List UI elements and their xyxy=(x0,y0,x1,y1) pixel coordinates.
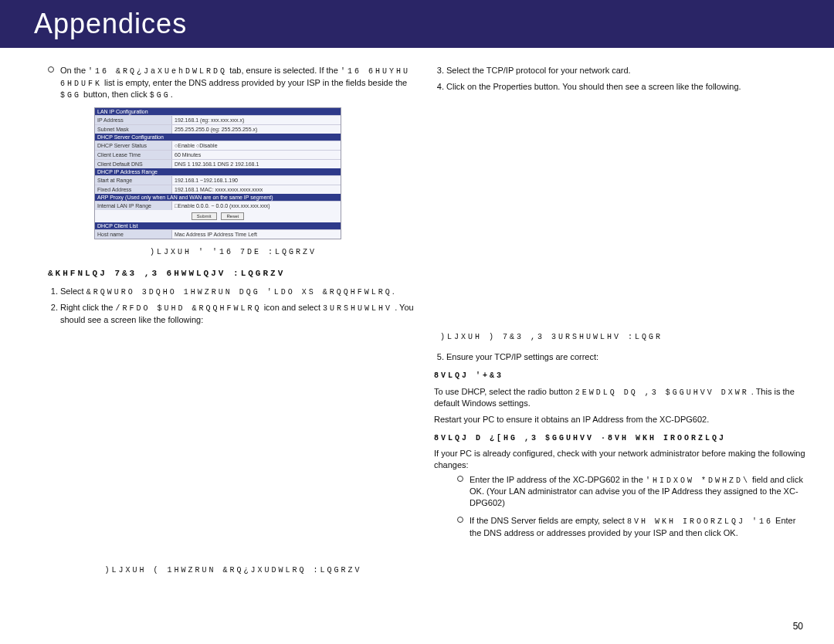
bullet-icon xyxy=(48,66,54,73)
garbled-text: '16 &RQ¿JaXUehDWLRDQ xyxy=(88,67,227,76)
garbled-text: &RQWURO 3DQHO 1HWZRUN DQG 'LDO XS &RQQHF… xyxy=(86,288,392,297)
page-header: Appendices xyxy=(0,0,834,48)
fixed-bullet-1: Enter the IP address of the XC-DPG602 in… xyxy=(457,474,806,509)
left-steps: Select &RQWURO 3DQHO 1HWZRUN DQG 'LDO XS… xyxy=(48,286,419,326)
garbled-text: 2EWDLQ DQ ,3 $GGUHVV DXWR xyxy=(575,388,749,397)
page-number: 50 xyxy=(793,621,803,632)
step-5: Ensure your TCP/IP settings are correct: xyxy=(446,351,806,363)
checking-tcpip-header: &KHFNLQJ 7&3 ,3 6HWWLQJV :LQGRZV xyxy=(48,268,419,280)
figure-caption-e: )LJXUH ( 1HWZRUN &RQ¿JXUDWLRQ :LQGRZV xyxy=(48,565,419,576)
fig-section-header: DHCP Server Configuration xyxy=(95,134,341,141)
figure-caption-f: )LJXUH ) 7&3 ,3 3URSHUWLHV :LQGR xyxy=(440,332,806,343)
right-steps-34: Select the TCP/IP protocol for your netw… xyxy=(434,65,806,93)
garbled-text: 'HIDXOW *DWHZD\ xyxy=(646,476,750,485)
step-1: Select &RQWURO 3DQHO 1HWZRUN DQG 'LDO XS… xyxy=(60,286,419,298)
page-title: Appendices xyxy=(34,8,187,40)
fixed-bullets: Enter the IP address of the XC-DPG602 in… xyxy=(457,474,806,539)
right-steps-5: Ensure your TCP/IP settings are correct: xyxy=(434,351,806,363)
fig-section-header: ARP Proxy (Used only when LAN and WAN ar… xyxy=(95,194,341,201)
left-column: On the '16 &RQ¿JaXUehDWLRDQ tab, ensure … xyxy=(48,65,419,575)
step-4: Click on the Properties button. You shou… xyxy=(446,81,806,93)
content-area: On the '16 &RQ¿JaXUehDWLRDQ tab, ensure … xyxy=(0,48,834,575)
reset-button[interactable]: Reset xyxy=(221,212,244,220)
garbled-text: /RFDO $UHD &RQQHFWLRQ xyxy=(116,304,262,313)
top-bullet-text: On the '16 &RQ¿JaXUehDWLRDQ tab, ensure … xyxy=(60,65,419,101)
figure-caption-d: )LJXUH ' '16 7DE :LQGRZV xyxy=(48,247,419,258)
fig-section-header: LAN IP Configuration xyxy=(95,108,341,115)
garbled-text: 8VH WKH IROORZLQJ '16 xyxy=(627,517,773,526)
right-column: Select the TCP/IP protocol for your netw… xyxy=(434,65,806,575)
bullet-icon xyxy=(457,517,463,523)
fixed-ip-header: 8VLQJ D ¿[HG ,3 $GGUHVV ·8VH WKH IROORZL… xyxy=(434,433,806,444)
garbled-text: $GG xyxy=(150,91,171,100)
submit-button[interactable]: Submit xyxy=(192,212,217,220)
dhcp-para-2: Restart your PC to ensure it obtains an … xyxy=(434,414,806,425)
step-2: Right click the /RFDO $UHD &RQQHFWLRQ ic… xyxy=(60,302,419,325)
step-3: Select the TCP/IP protocol for your netw… xyxy=(446,65,806,76)
top-bullet: On the '16 &RQ¿JaXUehDWLRDQ tab, ensure … xyxy=(48,65,419,101)
garbled-text: 3URSHUWLHV xyxy=(323,304,392,313)
fig-section-header: DHCP Client List xyxy=(95,222,341,229)
fixed-intro: If your PC is already configured, check … xyxy=(434,448,806,471)
dhcp-para-1: To use DHCP, select the radio button 2EW… xyxy=(434,386,806,409)
fixed-bullet-2: If the DNS Server fields are empty, sele… xyxy=(457,515,806,538)
bullet-icon xyxy=(457,476,463,482)
using-dhcp-header: 8VLQJ '+&3 xyxy=(434,371,806,381)
garbled-text: $GG xyxy=(60,91,81,100)
lan-config-figure: LAN IP Configuration IP Address192.168.1… xyxy=(94,107,341,239)
fig-section-header: DHCP IP Address Range xyxy=(95,168,341,175)
